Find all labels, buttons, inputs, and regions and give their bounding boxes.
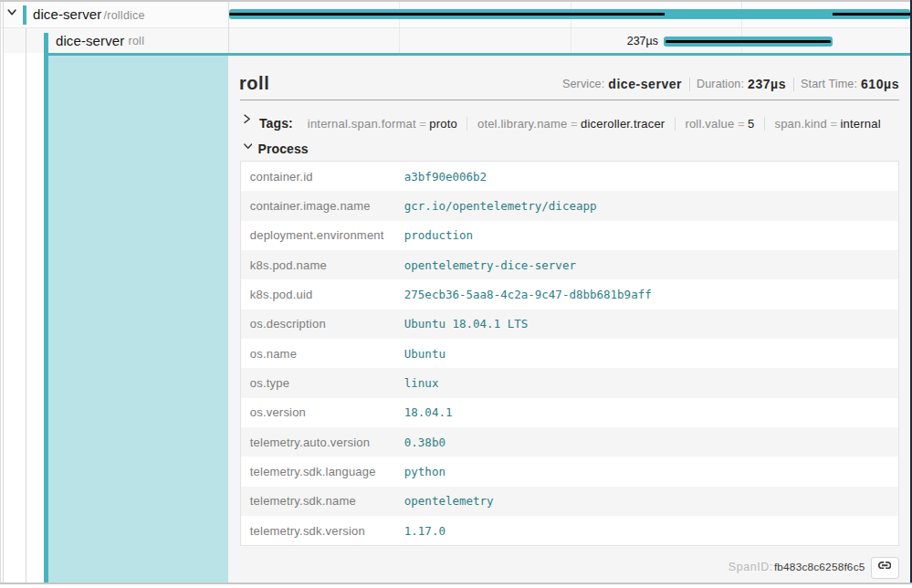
process-table-row[interactable]: deployment.environmentproduction <box>241 221 897 250</box>
tag-equals: = <box>830 117 837 131</box>
process-table-row[interactable]: telemetry.sdk.nameopentelemetry <box>241 487 897 516</box>
process-key: deployment.environment <box>241 228 404 242</box>
tag-separator <box>466 117 467 131</box>
span-bar-rolldice[interactable] <box>229 9 910 19</box>
process-table-row[interactable]: container.image.namegcr.io/opentelemetry… <box>241 191 897 220</box>
process-table: container.ida3bf90e006b2container.image.… <box>240 161 898 546</box>
span-duration-label: 237µs <box>404 35 658 47</box>
span-operation-name[interactable]: /rolldice <box>104 9 145 22</box>
indent-guide <box>26 28 26 583</box>
process-value: linux <box>404 376 439 390</box>
process-value: Ubuntu 18.04.1 LTS <box>404 317 528 331</box>
tag-equals: = <box>419 117 426 131</box>
process-key: k8s.pod.name <box>241 258 404 272</box>
process-value: Ubuntu <box>404 347 446 361</box>
meta-label: Start Time: <box>801 78 857 90</box>
process-key: os.description <box>241 317 404 331</box>
process-table-row[interactable]: os.nameUbuntu <box>241 339 897 368</box>
span-service-name[interactable]: dice-server <box>56 33 124 48</box>
trace-timeline-view: dice-server /rolldice dice-server roll 2… <box>0 0 912 588</box>
process-table-row[interactable]: container.ida3bf90e006b2 <box>241 162 897 191</box>
span-id-footer: SpanID:fb483c8c6258f6c5 <box>228 558 865 574</box>
process-value: 1.17.0 <box>404 524 446 538</box>
process-key: telemetry.sdk.language <box>241 465 404 478</box>
process-table-row[interactable]: telemetry.sdk.languagepython <box>241 457 897 486</box>
process-key: container.image.name <box>241 199 404 213</box>
span-service-name[interactable]: dice-server <box>33 6 101 22</box>
tag-equals: = <box>738 117 745 131</box>
process-value: a3bf90e006b2 <box>404 170 487 184</box>
process-table-row[interactable]: os.descriptionUbuntu 18.04.1 LTS <box>241 310 897 339</box>
meta-value: 237µs <box>748 77 786 91</box>
critical-path-segment <box>833 13 910 16</box>
tag-separator <box>764 117 765 131</box>
tags-label: Tags: <box>259 116 293 131</box>
tags-accordion[interactable]: Tags: internal.span.format=protootel.lib… <box>240 111 899 135</box>
span-id-value: fb483c8c6258f6c5 <box>774 561 865 573</box>
tag-value: diceroller.tracer <box>581 117 665 131</box>
tag-separator <box>675 117 676 131</box>
process-table-row[interactable]: k8s.pod.nameopentelemetry-dice-server <box>241 250 897 279</box>
process-value: opentelemetry <box>404 494 494 508</box>
process-value: python <box>404 465 446 478</box>
tag-value: 5 <box>748 117 754 131</box>
process-value: production <box>404 228 473 242</box>
indent-guide <box>3 2 4 583</box>
tag-key: otel.library.name <box>477 117 568 131</box>
process-value: 0.38b0 <box>404 436 446 449</box>
link-icon <box>878 562 891 569</box>
process-value: gcr.io/opentelemetry/diceapp <box>404 199 597 213</box>
detail-row-accent[interactable] <box>48 56 228 583</box>
process-value: opentelemetry-dice-server <box>404 258 576 272</box>
critical-path-segment <box>666 40 832 43</box>
process-key: os.type <box>241 376 404 390</box>
process-value: 18.04.1 <box>404 405 453 419</box>
window-border-left <box>0 2 1 583</box>
tag-key: roll.value <box>685 117 734 131</box>
process-key: os.version <box>241 405 404 419</box>
meta-separator <box>793 78 794 91</box>
process-table-row[interactable]: k8s.pod.uid275ecb36-5aa8-4c2a-9c47-d8bb6… <box>241 279 897 309</box>
meta-label: Service: <box>562 78 604 90</box>
process-label: Process <box>258 142 309 156</box>
span-id-label: SpanID: <box>729 561 773 573</box>
tag-equals: = <box>571 117 578 131</box>
tag-key: span.kind <box>774 117 826 131</box>
tag-key: internal.span.format <box>308 117 416 131</box>
row-separator <box>1 27 910 28</box>
meta-separator <box>689 78 690 91</box>
process-table-row[interactable]: os.typelinux <box>241 368 897 397</box>
tag-value: proto <box>429 117 457 131</box>
critical-path-segment <box>229 13 665 16</box>
meta-value: 610µs <box>861 77 899 91</box>
tag-value: internal <box>840 117 880 131</box>
process-key: telemetry.sdk.version <box>241 524 404 538</box>
chevron-right-icon <box>244 114 251 124</box>
process-key: telemetry.auto.version <box>241 436 404 449</box>
process-value: 275ecb36-5aa8-4c2a-9c47-d8bb681b9aff <box>404 288 652 301</box>
process-key: container.id <box>241 170 404 184</box>
span-detail-meta: Service:dice-serverDuration:237µsStart T… <box>365 77 899 91</box>
process-key: os.name <box>241 347 404 361</box>
span-color-bar <box>23 5 27 25</box>
process-key: k8s.pod.uid <box>241 288 404 301</box>
process-table-row[interactable]: telemetry.sdk.version1.17.0 <box>241 516 897 545</box>
detail-row-bottom-border <box>0 583 912 584</box>
process-accordion[interactable]: Process <box>240 138 605 160</box>
process-table-row[interactable]: os.version18.04.1 <box>241 398 897 427</box>
detail-header-divider <box>240 100 899 100</box>
span-detail-title: roll <box>239 73 269 94</box>
deep-link-button[interactable] <box>871 557 899 579</box>
meta-label: Duration: <box>697 78 744 90</box>
tags-summary: internal.span.format=protootel.library.n… <box>308 117 881 131</box>
window-border-top <box>0 0 912 2</box>
meta-value: dice-server <box>608 77 682 91</box>
process-key: telemetry.sdk.name <box>241 494 404 508</box>
span-bar-roll[interactable] <box>664 37 833 47</box>
chevron-down-icon <box>244 143 253 149</box>
collapse-children-icon[interactable] <box>7 9 16 16</box>
process-table-row[interactable]: telemetry.auto.version0.38b0 <box>241 427 897 457</box>
span-operation-name[interactable]: roll <box>129 35 145 47</box>
